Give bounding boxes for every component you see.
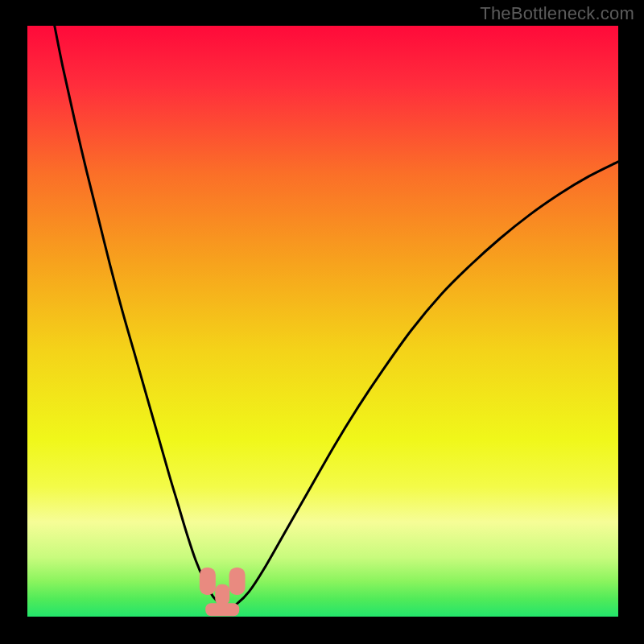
bottleneck-chart <box>0 0 644 644</box>
valley-marker <box>215 584 229 605</box>
valley-marker <box>229 568 246 595</box>
watermark-text: TheBottleneck.com <box>480 3 634 24</box>
svg-rect-1 <box>27 26 618 617</box>
chart-frame: TheBottleneck.com <box>0 0 644 644</box>
valley-marker <box>200 568 216 595</box>
